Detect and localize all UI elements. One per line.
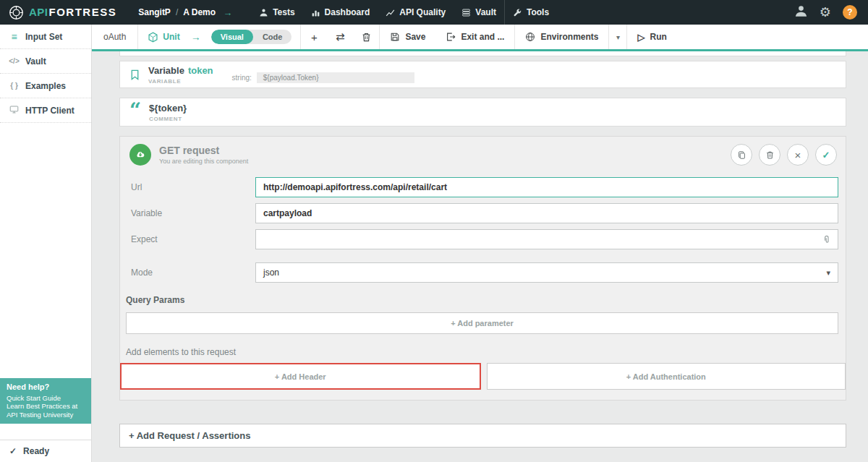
plus-icon: + <box>311 31 318 43</box>
variable-meta: string: ${payload.Token} <box>232 72 414 83</box>
chevron-down-icon: ▾ <box>826 268 830 278</box>
cancel-edit-button[interactable]: × <box>787 144 809 166</box>
exit-button[interactable]: Exit and ... <box>435 25 514 49</box>
variable-field-row: Variable <box>131 203 838 223</box>
comment-component-text: ${token} COMMENT <box>149 103 187 122</box>
unit-tab[interactable]: Unit <box>138 32 189 43</box>
add-elements-text: Add elements to this request <box>126 347 846 357</box>
gear-icon[interactable]: ⚙ <box>820 6 831 19</box>
sidebar-item-input-set[interactable]: ≡ Input Set <box>0 25 91 49</box>
nav-api-quality[interactable]: API Quality <box>378 0 454 25</box>
ready-check-icon: ✓ <box>9 446 17 456</box>
reorder-components-button[interactable]: ⇄ <box>327 25 353 49</box>
status-label: Ready <box>23 446 49 456</box>
add-component-button[interactable]: + <box>301 25 327 49</box>
close-icon: × <box>795 149 801 161</box>
variable-component-name: Variable <box>148 65 184 76</box>
partial-card-edge <box>119 51 846 56</box>
url-field-row: Url <box>131 177 838 197</box>
query-params-heading: Query Params <box>126 295 846 305</box>
flow-arrow-icon: → <box>191 31 201 43</box>
url-input[interactable] <box>255 177 838 197</box>
braces-icon: { } <box>9 82 20 90</box>
nav-tools[interactable]: Tools <box>505 0 557 25</box>
add-authentication-button[interactable]: + Add Authentication <box>487 363 846 390</box>
breadcrumb-arrow-icon: → <box>223 7 232 18</box>
variable-meta-type-label: string: <box>232 74 252 82</box>
save-button[interactable]: Save <box>380 25 435 49</box>
globe-icon <box>525 32 535 42</box>
swap-icon: ⇄ <box>336 30 345 43</box>
vault-stack-icon <box>461 8 471 17</box>
sidebar-item-http-client[interactable]: HTTP Client <box>0 98 91 123</box>
quick-start-guide-link[interactable]: Quick Start Guide <box>7 394 85 403</box>
breadcrumb-project[interactable]: A Demo <box>183 7 216 17</box>
composer-toolbar: oAuth Unit → Visual Code + ⇄ Save <box>92 25 868 51</box>
mode-select[interactable]: json ▾ <box>255 262 838 283</box>
nav-tests-label: Tests <box>273 7 294 17</box>
tests-person-icon <box>259 8 268 17</box>
visual-mode-button[interactable]: Visual <box>211 30 253 44</box>
get-request-titles: GET request You are editing this compone… <box>159 145 248 165</box>
sidebar-examples-label: Examples <box>25 81 66 91</box>
copy-icon <box>737 150 746 160</box>
exit-icon <box>446 32 456 42</box>
get-request-header: GET request You are editing this compone… <box>120 137 846 171</box>
sidebar-item-examples[interactable]: { } Examples <box>0 74 91 98</box>
variable-component-kind: VARIABLE <box>148 78 213 85</box>
get-request-title: GET request <box>159 145 248 156</box>
delete-request-button[interactable] <box>759 144 780 166</box>
expect-input[interactable] <box>255 229 838 249</box>
logo-text-fortress: FORTRESS <box>49 6 117 18</box>
nav-tests[interactable]: Tests <box>251 0 302 25</box>
variable-field-label: Variable <box>131 208 255 218</box>
add-header-button[interactable]: + Add Header <box>120 363 481 390</box>
breadcrumb-user[interactable]: SangitP <box>138 7 171 17</box>
code-mode-button[interactable]: Code <box>253 30 292 44</box>
topbar-right-actions: ⚙ ? <box>794 4 868 21</box>
test-name-tab[interactable]: oAuth <box>92 32 137 42</box>
environments-chevron-button[interactable]: ▾ <box>609 25 626 49</box>
paperclip-icon[interactable] <box>817 231 836 247</box>
comment-component-card[interactable]: “ ${token} COMMENT <box>119 98 846 127</box>
user-account-icon[interactable] <box>794 4 808 21</box>
nav-api-quality-label: API Quality <box>399 7 446 17</box>
code-tag-icon: </> <box>9 57 20 65</box>
get-request-subtitle: You are editing this component <box>159 158 248 165</box>
mode-field-row: Mode json ▾ <box>131 262 838 283</box>
comment-component-kind: COMMENT <box>149 116 187 122</box>
sidebar-http-client-label: HTTP Client <box>25 106 75 116</box>
save-floppy-icon <box>390 32 400 42</box>
sidebar-vault-label: Vault <box>25 56 46 67</box>
unit-label: Unit <box>163 32 179 42</box>
apifortress-logo[interactable]: APIFORTRESS <box>0 5 125 20</box>
environments-button[interactable]: Environments <box>515 25 608 49</box>
nav-vault[interactable]: Vault <box>454 0 504 25</box>
expect-field-row: Expect <box>131 229 838 249</box>
top-navigation: Tests Dashboard API Quality Vault <box>251 0 504 25</box>
sidebar-input-set-label: Input Set <box>25 32 62 42</box>
sidebar-item-vault[interactable]: </> Vault <box>0 49 91 74</box>
delete-component-button[interactable] <box>353 25 379 49</box>
add-parameter-button[interactable]: + Add parameter <box>126 312 838 334</box>
view-mode-toggle: Visual Code <box>211 30 292 44</box>
api-testing-university-link[interactable]: API Testing University <box>7 411 85 419</box>
quote-icon: “ <box>129 107 141 117</box>
variable-component-card[interactable]: Variable token VARIABLE string: ${payloa… <box>119 61 846 88</box>
nav-dashboard[interactable]: Dashboard <box>303 0 378 25</box>
help-text-line: Learn Best Practices at <box>7 402 85 411</box>
duplicate-component-button[interactable] <box>731 144 752 166</box>
wrench-icon <box>513 8 522 17</box>
add-request-assertions-button[interactable]: + Add Request / Assertions <box>119 424 846 448</box>
run-button[interactable]: ▷ Run <box>627 25 676 49</box>
variable-input[interactable] <box>255 203 838 223</box>
confirm-edit-button[interactable]: ✓ <box>815 144 837 166</box>
check-icon: ✓ <box>822 150 830 161</box>
mode-selected-value: json <box>263 268 279 278</box>
variable-component-value: token <box>188 65 213 76</box>
status-bar: ✓ Ready <box>0 440 91 462</box>
url-field-label: Url <box>131 182 255 192</box>
exit-label: Exit and ... <box>461 32 504 42</box>
help-question-icon[interactable]: ? <box>843 5 857 20</box>
dashboard-bars-icon <box>311 8 320 17</box>
